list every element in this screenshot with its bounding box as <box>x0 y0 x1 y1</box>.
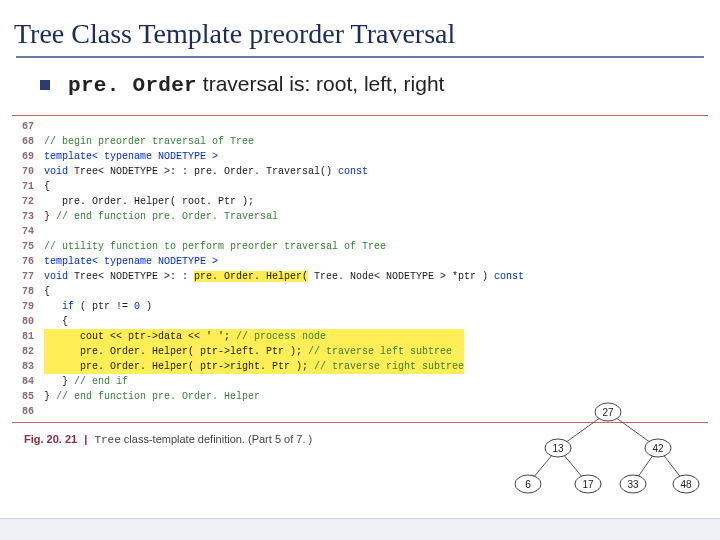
bullet-mono: pre. Order <box>68 74 197 97</box>
bullet-rest: traversal is: root, left, right <box>197 72 444 95</box>
figure-number: Fig. 20. 21 <box>24 433 77 445</box>
tree-node-label: 27 <box>602 407 614 418</box>
bullet-row: pre. Order traversal is: root, left, rig… <box>0 72 720 97</box>
binary-tree-diagram: 2713426173348 <box>498 400 708 500</box>
tree-node-label: 6 <box>525 479 531 490</box>
caption-rest: class-template definition. (Part 5 of 7.… <box>121 433 312 445</box>
caption-separator: | <box>80 433 91 445</box>
tree-node-label: 13 <box>552 443 564 454</box>
square-bullet-icon <box>40 80 50 90</box>
code-top-rule <box>12 115 708 116</box>
caption-code-word: Tree <box>94 434 120 446</box>
tree-node-label: 17 <box>582 479 594 490</box>
page-title: Tree Class Template preorder Traversal <box>0 0 720 56</box>
code-lines: // begin preorder traversal of Tree temp… <box>44 119 524 419</box>
tree-node-label: 33 <box>627 479 639 490</box>
code-gutter: 67 68 69 70 71 72 73 74 75 76 77 78 79 8… <box>12 119 44 419</box>
tree-node-label: 48 <box>680 479 692 490</box>
bullet-text: pre. Order traversal is: root, left, rig… <box>68 72 444 97</box>
footer-bar <box>0 518 720 540</box>
title-underline <box>16 56 704 58</box>
tree-node-label: 42 <box>652 443 664 454</box>
